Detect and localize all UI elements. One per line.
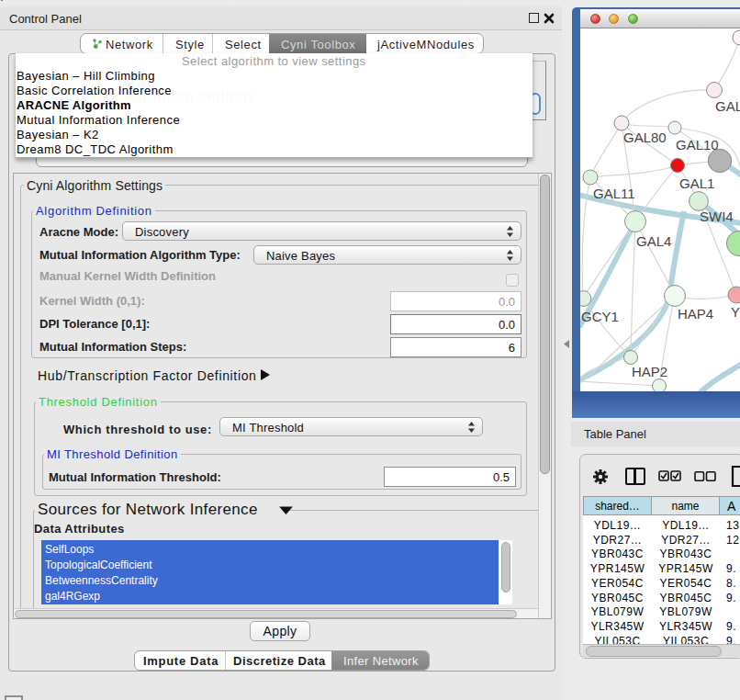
svg-text:GAL4: GAL4 <box>636 233 671 249</box>
svg-text:HAP4: HAP4 <box>678 306 713 322</box>
svg-text:GAL80: GAL80 <box>623 130 667 145</box>
svg-text:GAL1: GAL1 <box>679 175 714 191</box>
svg-text:GAL10: GAL10 <box>676 137 719 152</box>
svg-text:HAP2: HAP2 <box>632 364 667 379</box>
svg-text:GCY1: GCY1 <box>581 309 619 324</box>
svg-text:GAL11: GAL11 <box>593 186 635 201</box>
svg-text:SWI4: SWI4 <box>700 209 734 224</box>
svg-text:GAL2: GAL2 <box>715 98 740 114</box>
svg-text:YEL: YEL <box>731 304 740 320</box>
